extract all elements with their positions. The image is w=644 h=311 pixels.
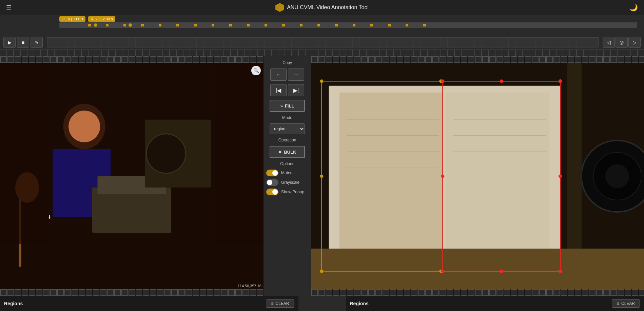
- top-bar: ☰ ANU CVML Video Annotation Tool 🌙: [0, 0, 644, 15]
- timeline-right-label: R: 20 | 2.00 s: [88, 16, 115, 22]
- right-regions-label: Regions: [350, 301, 369, 306]
- skip-start-button[interactable]: |◀: [270, 84, 287, 96]
- bulk-button[interactable]: ✕ BULK: [270, 146, 305, 158]
- muted-label: Muted: [281, 171, 292, 175]
- options-section: Muted Grayscale Show Popup: [266, 170, 308, 195]
- left-clear-icon: ≡: [271, 301, 273, 306]
- left-regions-bar: Regions ≡ CLEAR: [0, 296, 298, 311]
- right-video-panel: document.write(Array(50).fill('<div clas…: [311, 56, 644, 296]
- show-popup-toggle[interactable]: [266, 189, 278, 195]
- operation-label: Operation: [278, 138, 296, 142]
- play-button[interactable]: ▶: [3, 37, 16, 48]
- arrow-right-button[interactable]: →: [288, 69, 304, 81]
- right-clear-label: CLEAR: [621, 301, 635, 306]
- right-filmstrip-bottom: document.write(Array(50).fill('<div clas…: [311, 289, 644, 296]
- svg-point-10: [147, 134, 186, 173]
- svg-point-42: [500, 79, 503, 83]
- copy-label: Copy: [282, 60, 292, 65]
- timeline-area: L: 10 | 1.00 s R: 20 | 2.00 s: [0, 15, 644, 35]
- svg-point-47: [500, 270, 503, 273]
- left-video-container: + 🔍 114.50,357.16: [0, 63, 264, 289]
- stop-button[interactable]: ■: [17, 37, 29, 48]
- muted-toggle[interactable]: [266, 170, 278, 176]
- timeline-markers: [88, 24, 433, 26]
- timeline-scroll[interactable]: [47, 37, 599, 47]
- right-video-container: [311, 63, 644, 289]
- bottom-right: Regions ≡ CLEAR: [346, 296, 644, 311]
- fill-label: FILL: [285, 103, 294, 109]
- right-scene-svg: [311, 63, 644, 289]
- svg-rect-11: [0, 63, 47, 244]
- nav-prev-button[interactable]: ◁: [603, 37, 615, 48]
- svg-point-41: [441, 79, 445, 83]
- grayscale-toggle[interactable]: [266, 179, 278, 186]
- right-filmstrip-top: document.write(Array(50).fill('<div clas…: [311, 56, 644, 63]
- mode-label: Mode: [282, 115, 292, 120]
- title-area: ANU CVML Video Annotation Tool: [275, 3, 369, 12]
- svg-point-6: [69, 111, 100, 142]
- controls-row: ▶ ■ ✎ ◁ ◎ ▷: [0, 35, 644, 50]
- timeline-left-label: L: 10 | 1.00 s: [59, 16, 85, 22]
- center-panel: Copy ← → |◀ ▶| » FILL Mode region point …: [264, 56, 311, 296]
- nav-buttons: ◁ ◎ ▷: [603, 37, 641, 48]
- svg-point-43: [559, 79, 562, 83]
- right-clear-icon: ≡: [617, 301, 619, 306]
- grayscale-toggle-row: Grayscale: [266, 179, 308, 186]
- svg-point-35: [320, 175, 324, 178]
- left-filmstrip-top: document.write(Array(37).fill('<div clas…: [0, 56, 264, 63]
- svg-point-28: [605, 164, 629, 188]
- skip-end-button[interactable]: ▶|: [288, 84, 304, 96]
- left-filmstrip-bottom: document.write(Array(37).fill('<div clas…: [0, 289, 264, 296]
- right-clear-button[interactable]: ≡ CLEAR: [612, 299, 640, 308]
- mode-select[interactable]: region point polygon: [270, 123, 305, 134]
- options-label: Options: [280, 161, 294, 166]
- left-video-panel: document.write(Array(37).fill('<div clas…: [0, 56, 264, 296]
- moon-icon[interactable]: 🌙: [629, 3, 638, 12]
- muted-toggle-row: Muted: [266, 170, 308, 176]
- muted-toggle-slider: [266, 170, 278, 176]
- bottom-panels: Regions ≡ CLEAR Regions ≡ CLEAR: [0, 296, 644, 311]
- skip-buttons: |◀ ▶|: [270, 84, 304, 96]
- menu-icon[interactable]: ☰: [6, 4, 12, 11]
- nav-next-button[interactable]: ▷: [628, 37, 641, 48]
- svg-rect-15: [339, 93, 443, 260]
- fill-icon: »: [280, 103, 283, 109]
- timeline-track[interactable]: [59, 22, 637, 28]
- bottom-left: Regions ≡ CLEAR: [0, 296, 298, 311]
- svg-point-46: [441, 270, 445, 273]
- bulk-label: BULK: [284, 150, 296, 155]
- svg-rect-12: [216, 63, 264, 244]
- svg-point-48: [559, 270, 562, 273]
- crosshair: +: [47, 213, 52, 221]
- left-clear-button[interactable]: ≡ CLEAR: [266, 299, 294, 308]
- timeline-labels: L: 10 | 1.00 s R: 20 | 2.00 s: [3, 15, 641, 22]
- main-content: document.write(Array(37).fill('<div clas…: [0, 56, 644, 296]
- left-clear-label: CLEAR: [275, 301, 289, 306]
- arrow-left-button[interactable]: ←: [270, 69, 287, 81]
- app-title: ANU CVML Video Annotation Tool: [287, 4, 369, 11]
- svg-point-44: [441, 175, 445, 178]
- grayscale-toggle-slider: [266, 179, 278, 186]
- svg-point-45: [559, 175, 562, 178]
- svg-rect-16: [446, 93, 550, 260]
- right-regions-bar: Regions ≡ CLEAR: [346, 296, 644, 311]
- arrow-buttons: ← →: [270, 69, 304, 81]
- coords-display: 114.50,357.16: [238, 284, 261, 288]
- edit-button[interactable]: ✎: [31, 37, 43, 48]
- left-video-placeholder: + 🔍 114.50,357.16: [0, 63, 264, 289]
- filmstrip-top: document.write(Array(95).fill('<div clas…: [0, 50, 644, 56]
- right-scene: [311, 63, 644, 289]
- bulk-icon: ✕: [278, 150, 282, 155]
- svg-rect-30: [311, 249, 644, 289]
- svg-point-32: [320, 79, 324, 83]
- shield-icon: [275, 3, 284, 12]
- svg-point-37: [320, 270, 324, 273]
- scene-svg: [0, 63, 264, 289]
- show-popup-label: Show Popup: [281, 190, 304, 194]
- nav-center-button[interactable]: ◎: [616, 37, 628, 48]
- fill-button[interactable]: » FILL: [270, 100, 305, 112]
- left-regions-label: Regions: [4, 301, 23, 306]
- timeline-scroll-inner: [47, 38, 598, 47]
- grayscale-label: Grayscale: [281, 180, 299, 185]
- zoom-icon[interactable]: 🔍: [251, 66, 261, 75]
